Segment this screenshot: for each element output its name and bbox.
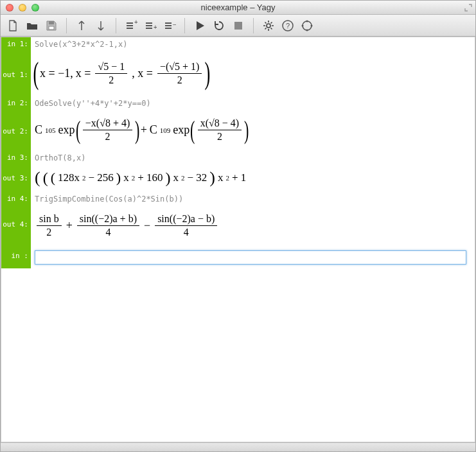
cell-row: out 1: ( x = −1, x = √5 − 1 2 , x = bbox=[1, 51, 475, 96]
restart-icon[interactable] bbox=[211, 17, 227, 34]
svg-text:−: − bbox=[173, 21, 176, 28]
svg-rect-7 bbox=[146, 25, 152, 26]
cells-column: in 1: Solve(x^3+2*x^2-1,x) out 1: ( x = … bbox=[1, 37, 475, 442]
gutter-label-out: out 1: bbox=[1, 51, 31, 96]
svg-text:+: + bbox=[134, 19, 137, 26]
math-text: C bbox=[150, 123, 157, 137]
move-down-icon[interactable] bbox=[93, 17, 109, 34]
stop-icon[interactable] bbox=[230, 17, 247, 34]
save-file-icon[interactable] bbox=[43, 17, 60, 34]
fullscreen-icon[interactable] bbox=[464, 3, 473, 12]
fraction-numerator: −x(√8 + 4) bbox=[83, 117, 132, 130]
close-window-button[interactable] bbox=[6, 4, 13, 12]
run-icon[interactable] bbox=[191, 17, 208, 34]
gutter-label-in: in : bbox=[1, 247, 31, 268]
gutter-label-out: out 3: bbox=[1, 165, 31, 192]
cell-row: in 3: OrthoT(8,x) bbox=[1, 151, 475, 165]
gutter-label-in: in 4: bbox=[1, 192, 31, 206]
math-text: exp bbox=[173, 123, 190, 137]
fraction-numerator: −(√5 + 1) bbox=[157, 60, 202, 74]
fraction-numerator: √5 − 1 bbox=[95, 60, 127, 74]
svg-point-15 bbox=[267, 24, 270, 28]
output-cell: ( ( ( 128x2 − 256 ) x2 + 160 ) x2 − 32 )… bbox=[31, 165, 475, 192]
current-input-cell bbox=[31, 247, 475, 268]
output-cell: ( x = −1, x = √5 − 1 2 , x = −(√5 + 1) bbox=[31, 51, 475, 96]
insert-below-icon[interactable]: + bbox=[142, 17, 159, 34]
move-up-icon[interactable] bbox=[73, 17, 90, 34]
svg-rect-11 bbox=[165, 25, 172, 26]
cell-row: in 4: TrigSimpCombine(Cos(a)^2*Sin(b)) bbox=[1, 192, 475, 206]
math-text: , x = bbox=[132, 67, 153, 80]
delete-cell-icon[interactable]: − bbox=[161, 17, 178, 34]
cell-row: out 3: ( ( ( 128x2 − 256 ) x2 + 160 ) x2… bbox=[1, 165, 475, 192]
output-cell: C105 exp ( −x(√8 + 4) 2 ) + C109 exp ( bbox=[31, 110, 475, 151]
worksheet: in 1: Solve(x^3+2*x^2-1,x) out 1: ( x = … bbox=[1, 37, 475, 442]
cell-row: in 2: OdeSolve(y''+4*y'+2*y==0) bbox=[1, 96, 475, 110]
math-text: + bbox=[141, 123, 147, 137]
fraction-denominator: 2 bbox=[175, 74, 185, 87]
community-icon[interactable] bbox=[299, 17, 315, 34]
fraction-numerator: sin((−2)a + b) bbox=[77, 213, 139, 226]
svg-point-20 bbox=[306, 29, 308, 31]
open-file-icon[interactable] bbox=[24, 17, 40, 34]
settings-icon[interactable] bbox=[260, 17, 277, 34]
cell-row: out 4: sin b 2 + sin((−2)a + b) 4 − bbox=[1, 206, 475, 247]
svg-point-19 bbox=[306, 20, 308, 22]
input-cell[interactable]: OdeSolve(y''+4*y'+2*y==0) bbox=[31, 96, 475, 110]
input-cell[interactable]: TrigSimpCombine(Cos(a)^2*Sin(b)) bbox=[31, 192, 475, 206]
svg-point-21 bbox=[302, 24, 304, 26]
svg-rect-14 bbox=[234, 22, 242, 30]
fraction-numerator: sin((−2)a − b) bbox=[155, 213, 217, 226]
gutter-label-in: in 2: bbox=[1, 96, 31, 110]
fraction-denominator: 4 bbox=[181, 226, 191, 239]
command-input[interactable] bbox=[35, 250, 466, 265]
gutter-label-out: out 2: bbox=[1, 110, 31, 151]
new-file-icon[interactable] bbox=[4, 17, 21, 34]
minimize-window-button[interactable] bbox=[19, 4, 26, 12]
gutter-label-in: in 1: bbox=[1, 37, 31, 51]
svg-rect-4 bbox=[127, 28, 133, 29]
svg-rect-2 bbox=[127, 22, 133, 24]
cell-row: in 1: Solve(x^3+2*x^2-1,x) bbox=[1, 37, 475, 51]
fraction-denominator: 2 bbox=[106, 74, 116, 87]
math-text: x = bbox=[76, 67, 91, 80]
window-title: niceexample – Yagy bbox=[1, 3, 475, 12]
math-text: C bbox=[35, 123, 42, 137]
math-text: x = −1, bbox=[40, 67, 73, 80]
zoom-window-button[interactable] bbox=[31, 4, 39, 12]
gutter-label-in: in 3: bbox=[1, 151, 31, 165]
toolbar-separator bbox=[184, 18, 185, 33]
svg-rect-8 bbox=[146, 28, 152, 29]
input-cell[interactable]: OrthoT(8,x) bbox=[31, 151, 475, 165]
svg-rect-0 bbox=[49, 26, 54, 30]
output-cell: sin b 2 + sin((−2)a + b) 4 − sin((−2)a −… bbox=[31, 206, 475, 247]
toolbar-separator bbox=[116, 18, 116, 33]
math-text: exp bbox=[58, 123, 75, 137]
fraction-denominator: 2 bbox=[215, 130, 225, 143]
statusbar bbox=[1, 442, 475, 451]
svg-rect-1 bbox=[49, 21, 54, 24]
filler bbox=[1, 268, 475, 442]
toolbar: + + − ? bbox=[1, 15, 475, 37]
app-window: niceexample – Yagy + + − bbox=[0, 0, 476, 452]
svg-point-18 bbox=[303, 21, 312, 30]
svg-rect-12 bbox=[165, 28, 172, 29]
help-icon[interactable]: ? bbox=[279, 17, 296, 34]
svg-rect-6 bbox=[146, 22, 152, 24]
insert-above-icon[interactable]: + bbox=[123, 17, 139, 34]
svg-text:+: + bbox=[154, 24, 157, 31]
cell-row: out 2: C105 exp ( −x(√8 + 4) 2 ) + C109 bbox=[1, 110, 475, 151]
svg-rect-3 bbox=[127, 25, 133, 26]
fraction-denominator: 2 bbox=[44, 226, 54, 239]
fraction-denominator: 2 bbox=[103, 130, 113, 143]
fraction-numerator: x(√8 − 4) bbox=[198, 117, 242, 130]
svg-point-22 bbox=[311, 24, 313, 26]
gutter-label-out: out 4: bbox=[1, 206, 31, 247]
input-cell[interactable]: Solve(x^3+2*x^2-1,x) bbox=[31, 37, 475, 51]
math-text: + bbox=[66, 219, 73, 232]
math-text: − bbox=[144, 219, 150, 232]
cell-row: in : bbox=[1, 247, 475, 268]
window-controls bbox=[1, 4, 39, 12]
titlebar[interactable]: niceexample – Yagy bbox=[1, 1, 475, 15]
fraction-denominator: 4 bbox=[103, 226, 113, 239]
